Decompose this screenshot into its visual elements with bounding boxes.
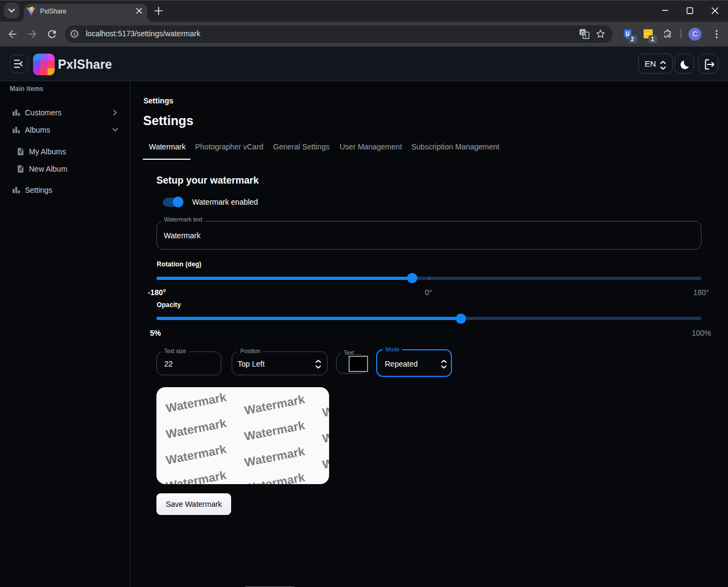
svg-text:x: x (585, 33, 587, 38)
